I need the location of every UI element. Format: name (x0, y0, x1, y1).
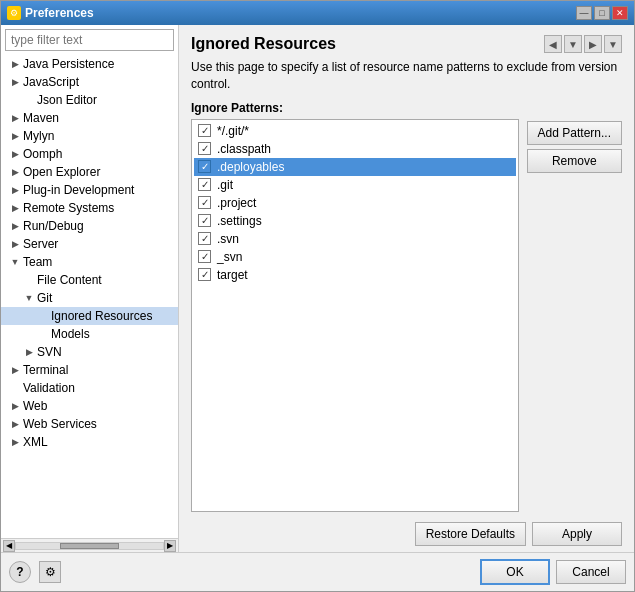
pattern-item[interactable]: _svn (194, 248, 516, 266)
sidebar-item-remote-systems[interactable]: ▶ Remote Systems (1, 199, 178, 217)
pattern-item[interactable]: */.git/* (194, 122, 516, 140)
sidebar-item-svn[interactable]: ▶ SVN (1, 343, 178, 361)
pattern-item-deployables[interactable]: .deployables (194, 158, 516, 176)
sidebar-item-label: Oomph (23, 147, 62, 161)
sidebar-item-mylyn[interactable]: ▶ Mylyn (1, 127, 178, 145)
cancel-button[interactable]: Cancel (556, 560, 626, 584)
minimize-button[interactable]: — (576, 6, 592, 20)
nav-forward-button[interactable]: ▶ (584, 35, 602, 53)
arrow-icon: ▶ (9, 58, 21, 70)
pattern-label: .svn (217, 232, 239, 246)
restore-defaults-button[interactable]: Restore Defaults (415, 522, 526, 546)
sidebar-item-label: File Content (37, 273, 102, 287)
bottom-left-buttons: ? ⚙ (9, 561, 474, 583)
nav-menu-button[interactable]: ▼ (604, 35, 622, 53)
scroll-right-arrow[interactable]: ▶ (164, 540, 176, 552)
pattern-checkbox[interactable] (198, 250, 211, 263)
sidebar-item-file-content[interactable]: ▶ File Content (1, 271, 178, 289)
pattern-label: .settings (217, 214, 262, 228)
pattern-item[interactable]: .settings (194, 212, 516, 230)
sidebar: ▶ Java Persistence ▶ JavaScript ▶ Json E… (1, 25, 179, 552)
apply-button[interactable]: Apply (532, 522, 622, 546)
sidebar-item-server[interactable]: ▶ Server (1, 235, 178, 253)
pattern-checkbox[interactable] (198, 214, 211, 227)
pattern-item[interactable]: .svn (194, 230, 516, 248)
arrow-icon: ▶ (9, 418, 21, 430)
pattern-label: _svn (217, 250, 242, 264)
pattern-item[interactable]: target (194, 266, 516, 284)
sidebar-item-label: Remote Systems (23, 201, 114, 215)
sidebar-item-team[interactable]: ▼ Team (1, 253, 178, 271)
sidebar-bottom-scrollbar: ◀ ▶ (1, 538, 178, 552)
filter-input[interactable] (5, 29, 174, 51)
help-button[interactable]: ? (9, 561, 31, 583)
arrow-icon: ▶ (9, 220, 21, 232)
pattern-checkbox[interactable] (198, 160, 211, 173)
sidebar-item-javascript[interactable]: ▶ JavaScript (1, 73, 178, 91)
main-content: ▶ Java Persistence ▶ JavaScript ▶ Json E… (1, 25, 634, 552)
nav-back-button[interactable]: ◀ (544, 35, 562, 53)
sidebar-item-label: Maven (23, 111, 59, 125)
panel-description: Use this page to specify a list of resou… (191, 59, 622, 93)
sidebar-item-xml[interactable]: ▶ XML (1, 433, 178, 451)
pattern-item[interactable]: .git (194, 176, 516, 194)
arrow-icon: ▼ (9, 256, 21, 268)
sidebar-item-git[interactable]: ▼ Git (1, 289, 178, 307)
maximize-button[interactable]: □ (594, 6, 610, 20)
pattern-checkbox[interactable] (198, 178, 211, 191)
window-icon: ⚙ (7, 6, 21, 20)
preferences-window: ⚙ Preferences — □ ✕ ▶ Java Persistence (0, 0, 635, 592)
pattern-item[interactable]: .project (194, 194, 516, 212)
panel-nav: ◀ ▼ ▶ ▼ (544, 35, 622, 53)
sidebar-item-label: XML (23, 435, 48, 449)
sidebar-item-models[interactable]: ▶ Models (1, 325, 178, 343)
ignore-patterns-label: Ignore Patterns: (191, 101, 622, 115)
pattern-checkbox[interactable] (198, 142, 211, 155)
settings-button[interactable]: ⚙ (39, 561, 61, 583)
pattern-checkbox[interactable] (198, 232, 211, 245)
pattern-checkbox[interactable] (198, 268, 211, 281)
arrow-icon: ▶ (9, 436, 21, 448)
remove-button[interactable]: Remove (527, 149, 622, 173)
arrow-icon: ▶ (9, 364, 21, 376)
sidebar-item-label: Open Explorer (23, 165, 100, 179)
sidebar-item-oomph[interactable]: ▶ Oomph (1, 145, 178, 163)
pattern-label: */.git/* (217, 124, 249, 138)
sidebar-item-validation[interactable]: ▶ Validation (1, 379, 178, 397)
arrow-icon: ▶ (23, 346, 35, 358)
sidebar-item-run-debug[interactable]: ▶ Run/Debug (1, 217, 178, 235)
sidebar-item-label: Models (51, 327, 90, 341)
sidebar-item-web[interactable]: ▶ Web (1, 397, 178, 415)
sidebar-item-label: Git (37, 291, 52, 305)
add-pattern-button[interactable]: Add Pattern... (527, 121, 622, 145)
sidebar-item-json-editor[interactable]: ▶ Json Editor (1, 91, 178, 109)
window-title: Preferences (25, 6, 94, 20)
sidebar-item-plugin-development[interactable]: ▶ Plug-in Development (1, 181, 178, 199)
ok-button[interactable]: OK (480, 559, 550, 585)
pattern-checkbox[interactable] (198, 196, 211, 209)
pattern-checkbox[interactable] (198, 124, 211, 137)
sidebar-item-label: Web (23, 399, 47, 413)
pattern-item[interactable]: .classpath (194, 140, 516, 158)
pattern-label: target (217, 268, 248, 282)
sidebar-item-open-explorer[interactable]: ▶ Open Explorer (1, 163, 178, 181)
sidebar-item-label: Web Services (23, 417, 97, 431)
sidebar-item-web-services[interactable]: ▶ Web Services (1, 415, 178, 433)
pattern-label: .deployables (217, 160, 284, 174)
close-button[interactable]: ✕ (612, 6, 628, 20)
scroll-left-arrow[interactable]: ◀ (3, 540, 15, 552)
titlebar-controls: — □ ✕ (576, 6, 628, 20)
sidebar-item-terminal[interactable]: ▶ Terminal (1, 361, 178, 379)
arrow-icon: ▶ (9, 202, 21, 214)
nav-dropdown-button[interactable]: ▼ (564, 35, 582, 53)
titlebar-left: ⚙ Preferences (7, 6, 94, 20)
arrow-icon: ▶ (9, 184, 21, 196)
sidebar-item-label: Json Editor (37, 93, 97, 107)
sidebar-item-maven[interactable]: ▶ Maven (1, 109, 178, 127)
sidebar-scroll-area: ▶ Java Persistence ▶ JavaScript ▶ Json E… (1, 55, 178, 538)
pattern-label: .classpath (217, 142, 271, 156)
arrow-icon: ▶ (9, 76, 21, 88)
arrow-icon: ▶ (9, 112, 21, 124)
sidebar-item-ignored-resources[interactable]: ▶ Ignored Resources (1, 307, 178, 325)
sidebar-item-java-persistence[interactable]: ▶ Java Persistence (1, 55, 178, 73)
